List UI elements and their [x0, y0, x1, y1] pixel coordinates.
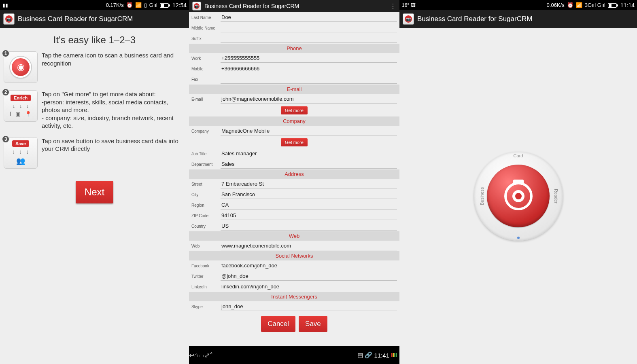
- form-body[interactable]: Last NameMiddle NameSuffix PhoneWorkMobi…: [189, 12, 399, 346]
- form-buttons: Cancel Save: [189, 312, 399, 336]
- field-label: Web: [191, 244, 221, 248]
- people-icon: 👥: [16, 157, 25, 165]
- save-button[interactable]: Save: [299, 316, 327, 332]
- step3-text: Tap on save button to save business card…: [42, 137, 185, 169]
- field-input-city[interactable]: [221, 190, 397, 199]
- step3-icon-card: 3 Save ↓↓↓ 👥: [4, 137, 38, 169]
- field-row: Web: [189, 241, 399, 251]
- link-icon: 🔗: [365, 351, 372, 359]
- pause-icon: ▮▮: [2, 2, 8, 8]
- field-label: Skype: [191, 305, 221, 309]
- field-input-department[interactable]: [221, 160, 397, 169]
- step1-text: Tap the camera icon to scan a business c…: [42, 51, 185, 83]
- screen-onboarding: ▮▮ 0.17K/s ⏰ 📶 ▯ Gııl 12:54 📷 Business C…: [0, 0, 189, 364]
- field-row: Work: [189, 53, 399, 63]
- clock: 12:54: [172, 2, 187, 8]
- field-row: Middle Name: [189, 23, 399, 33]
- field-input-job-title[interactable]: [221, 149, 397, 158]
- field-input-fax[interactable]: [221, 75, 397, 84]
- field-input-mobile[interactable]: [221, 64, 397, 73]
- field-label: Mobile: [191, 67, 221, 71]
- section-header-web: Web: [189, 231, 399, 241]
- field-label: Facebook: [191, 264, 221, 268]
- expand-icon[interactable]: ⤢: [204, 351, 210, 359]
- field-label: Twitter: [191, 274, 221, 279]
- overflow-menu-icon[interactable]: ⋮: [390, 2, 396, 10]
- field-input-middle-name[interactable]: [221, 23, 397, 32]
- field-row: Company: [189, 126, 399, 136]
- capture-button[interactable]: [487, 165, 550, 227]
- field-input-suffix[interactable]: [221, 34, 397, 43]
- app-logo-icon: 📷: [3, 13, 15, 25]
- field-row: Facebook: [189, 260, 399, 271]
- section-header-company: Company: [189, 116, 399, 126]
- field-label: City: [191, 193, 221, 197]
- field-input-web[interactable]: [221, 241, 397, 250]
- sim-icon: ▤: [357, 351, 363, 359]
- field-input-last-name[interactable]: [221, 13, 397, 22]
- field-label: E-mail: [191, 97, 221, 102]
- alarm-icon: ⏰: [126, 2, 133, 8]
- step1-icon-card: 1 ◉: [4, 51, 38, 83]
- field-label: Last Name: [191, 15, 221, 20]
- field-row: Last Name: [189, 12, 399, 23]
- field-input-company[interactable]: [221, 127, 397, 135]
- step-badge: 3: [2, 135, 10, 143]
- pin-icon: 📍: [25, 111, 32, 117]
- field-input-facebook[interactable]: [221, 261, 397, 270]
- field-row: Skype: [189, 301, 399, 312]
- field-label: Work: [191, 56, 221, 61]
- section-header-address: Address: [189, 169, 399, 179]
- step-1: 1 ◉ Tap the camera icon to scan a busine…: [2, 51, 187, 83]
- save-tag: Save: [12, 140, 29, 147]
- field-input-region[interactable]: [221, 201, 397, 210]
- field-input-skype[interactable]: [221, 302, 397, 311]
- app-title: Business Card Reader for SugarCRM: [417, 15, 532, 23]
- field-input-work[interactable]: [221, 54, 397, 63]
- facebook-icon: f: [10, 111, 11, 117]
- arrow-row: ↓↓↓: [13, 103, 29, 109]
- app-logo-icon: 📷: [192, 2, 201, 11]
- step-badge: 1: [2, 49, 10, 57]
- home-icon[interactable]: ⌂: [194, 351, 198, 359]
- get-more-button-email[interactable]: Get more: [281, 106, 308, 114]
- screen-form: 📷 Business Card Reader for SugarCRM ⋮ La…: [189, 0, 399, 364]
- field-row: E-mail: [189, 94, 399, 104]
- section-header-social: Social Networks: [189, 251, 399, 260]
- section-header-email: E-mail: [189, 85, 399, 94]
- dial-label-reader[interactable]: Reader: [554, 188, 558, 203]
- cancel-button[interactable]: Cancel: [261, 316, 295, 332]
- app-bar: 📷 Business Card Reader for SugarCRM: [0, 10, 189, 28]
- field-label: LinkedIn: [191, 285, 221, 289]
- recent-icon[interactable]: ▭: [198, 351, 204, 359]
- field-input-zip-code[interactable]: [221, 211, 397, 220]
- back-icon[interactable]: ↩: [189, 351, 194, 359]
- wifi-icon: 📶: [135, 2, 142, 8]
- get-more-button-company[interactable]: Get more: [281, 138, 308, 146]
- field-label: Department: [191, 162, 221, 167]
- field-label: Company: [191, 129, 221, 133]
- screen-capture: 16° 🖼 0.06K/s ⏰ 📶 3Gııl Gııl 11:14 📷 Bus…: [399, 0, 637, 364]
- capture-dial: Card Business Reader: [474, 152, 563, 241]
- field-input-e-mail[interactable]: [221, 95, 397, 104]
- picture-icon: 🖼: [411, 2, 416, 8]
- field-input-twitter[interactable]: [221, 272, 397, 281]
- battery-icon: [160, 2, 170, 8]
- field-row: City: [189, 189, 399, 200]
- signal-icon: Gııl: [149, 2, 157, 8]
- dial-label-card[interactable]: Card: [514, 153, 523, 158]
- dial-label-business[interactable]: Business: [480, 187, 484, 205]
- field-input-linkedin[interactable]: [221, 282, 397, 291]
- field-input-street[interactable]: [221, 180, 397, 188]
- collapse-icon[interactable]: ˄: [210, 351, 213, 359]
- app-title: Business Card Reader for SugarCRM: [18, 15, 133, 23]
- camera-icon: ◉: [10, 57, 31, 78]
- signal-icon: 3Gııl Gııl: [585, 2, 605, 8]
- step2-icon-card: 2 Enrich ↓↓↓ f▣📍: [4, 90, 38, 122]
- android-navbar: ↩ ⌂ ▭ ⤢ ˄ ▤ 🔗 11:41: [189, 346, 399, 364]
- next-button[interactable]: Next: [76, 181, 113, 203]
- field-input-country[interactable]: [221, 222, 397, 231]
- field-row: Mobile: [189, 63, 399, 74]
- section-header-phone: Phone: [189, 44, 399, 53]
- field-label: Country: [191, 224, 221, 229]
